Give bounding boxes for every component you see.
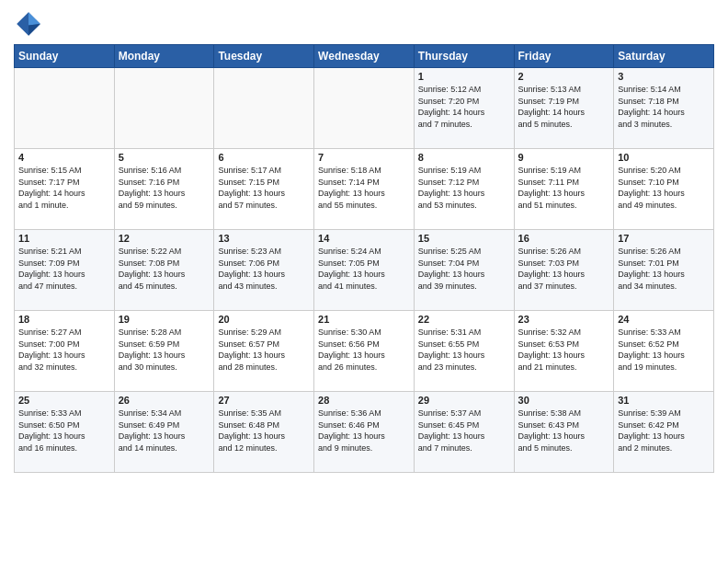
calendar-day-19: 19Sunrise: 5:28 AM Sunset: 6:59 PM Dayli… <box>114 311 214 392</box>
day-number-12: 12 <box>119 233 210 244</box>
day-number-13: 13 <box>218 233 310 244</box>
day-info-2: Sunrise: 5:13 AM Sunset: 7:19 PM Dayligh… <box>518 84 610 130</box>
logo <box>14 9 47 39</box>
day-number-20: 20 <box>218 314 310 325</box>
day-info-10: Sunrise: 5:20 AM Sunset: 7:10 PM Dayligh… <box>618 165 710 211</box>
col-header-monday: Monday <box>114 45 214 68</box>
calendar-week-0: 1Sunrise: 5:12 AM Sunset: 7:20 PM Daylig… <box>15 68 714 149</box>
day-number-19: 19 <box>119 314 210 325</box>
day-number-23: 23 <box>518 314 610 325</box>
day-number-30: 30 <box>518 395 610 406</box>
calendar-week-2: 11Sunrise: 5:21 AM Sunset: 7:09 PM Dayli… <box>15 230 714 311</box>
day-info-30: Sunrise: 5:38 AM Sunset: 6:43 PM Dayligh… <box>518 408 610 454</box>
calendar-day-13: 13Sunrise: 5:23 AM Sunset: 7:06 PM Dayli… <box>214 230 314 311</box>
calendar-day-24: 24Sunrise: 5:33 AM Sunset: 6:52 PM Dayli… <box>614 311 714 392</box>
col-header-thursday: Thursday <box>414 45 514 68</box>
calendar-day-16: 16Sunrise: 5:26 AM Sunset: 7:03 PM Dayli… <box>514 230 614 311</box>
day-info-28: Sunrise: 5:36 AM Sunset: 6:46 PM Dayligh… <box>318 408 410 454</box>
day-info-19: Sunrise: 5:28 AM Sunset: 6:59 PM Dayligh… <box>119 327 210 373</box>
day-info-3: Sunrise: 5:14 AM Sunset: 7:18 PM Dayligh… <box>618 84 710 130</box>
day-number-21: 21 <box>318 314 410 325</box>
day-number-2: 2 <box>518 71 610 82</box>
day-info-24: Sunrise: 5:33 AM Sunset: 6:52 PM Dayligh… <box>618 327 710 373</box>
calendar-day-empty <box>214 68 314 149</box>
day-number-7: 7 <box>318 152 410 163</box>
day-number-15: 15 <box>418 233 510 244</box>
day-number-14: 14 <box>318 233 410 244</box>
day-number-4: 4 <box>18 152 110 163</box>
day-number-5: 5 <box>119 152 210 163</box>
calendar-day-empty <box>114 68 214 149</box>
day-number-17: 17 <box>618 233 710 244</box>
calendar-day-6: 6Sunrise: 5:17 AM Sunset: 7:15 PM Daylig… <box>214 149 314 230</box>
day-info-16: Sunrise: 5:26 AM Sunset: 7:03 PM Dayligh… <box>518 246 610 292</box>
day-number-26: 26 <box>119 395 210 406</box>
logo-icon <box>14 9 43 39</box>
day-number-18: 18 <box>18 314 110 325</box>
calendar-day-28: 28Sunrise: 5:36 AM Sunset: 6:46 PM Dayli… <box>314 392 415 473</box>
day-info-26: Sunrise: 5:34 AM Sunset: 6:49 PM Dayligh… <box>119 408 210 454</box>
day-number-22: 22 <box>418 314 510 325</box>
col-header-wednesday: Wednesday <box>314 45 415 68</box>
day-info-31: Sunrise: 5:39 AM Sunset: 6:42 PM Dayligh… <box>618 408 710 454</box>
calendar-day-10: 10Sunrise: 5:20 AM Sunset: 7:10 PM Dayli… <box>614 149 714 230</box>
day-number-25: 25 <box>18 395 110 406</box>
day-info-6: Sunrise: 5:17 AM Sunset: 7:15 PM Dayligh… <box>218 165 310 211</box>
day-number-1: 1 <box>418 71 510 82</box>
calendar-day-4: 4Sunrise: 5:15 AM Sunset: 7:17 PM Daylig… <box>15 149 115 230</box>
day-number-6: 6 <box>218 152 310 163</box>
calendar-day-15: 15Sunrise: 5:25 AM Sunset: 7:04 PM Dayli… <box>414 230 514 311</box>
calendar-day-26: 26Sunrise: 5:34 AM Sunset: 6:49 PM Dayli… <box>114 392 214 473</box>
calendar-day-29: 29Sunrise: 5:37 AM Sunset: 6:45 PM Dayli… <box>414 392 514 473</box>
day-number-9: 9 <box>518 152 610 163</box>
calendar-day-30: 30Sunrise: 5:38 AM Sunset: 6:43 PM Dayli… <box>514 392 614 473</box>
day-number-11: 11 <box>18 233 110 244</box>
calendar-day-3: 3Sunrise: 5:14 AM Sunset: 7:18 PM Daylig… <box>614 68 714 149</box>
calendar-week-3: 18Sunrise: 5:27 AM Sunset: 7:00 PM Dayli… <box>15 311 714 392</box>
calendar-day-14: 14Sunrise: 5:24 AM Sunset: 7:05 PM Dayli… <box>314 230 415 311</box>
day-info-5: Sunrise: 5:16 AM Sunset: 7:16 PM Dayligh… <box>119 165 210 211</box>
calendar-day-12: 12Sunrise: 5:22 AM Sunset: 7:08 PM Dayli… <box>114 230 214 311</box>
calendar-week-1: 4Sunrise: 5:15 AM Sunset: 7:17 PM Daylig… <box>15 149 714 230</box>
calendar-day-2: 2Sunrise: 5:13 AM Sunset: 7:19 PM Daylig… <box>514 68 614 149</box>
calendar-day-empty <box>314 68 415 149</box>
day-number-10: 10 <box>618 152 710 163</box>
day-number-29: 29 <box>418 395 510 406</box>
calendar-day-1: 1Sunrise: 5:12 AM Sunset: 7:20 PM Daylig… <box>414 68 514 149</box>
col-header-sunday: Sunday <box>15 45 115 68</box>
day-number-31: 31 <box>618 395 710 406</box>
day-number-24: 24 <box>618 314 710 325</box>
calendar-day-7: 7Sunrise: 5:18 AM Sunset: 7:14 PM Daylig… <box>314 149 415 230</box>
day-info-15: Sunrise: 5:25 AM Sunset: 7:04 PM Dayligh… <box>418 246 510 292</box>
calendar-day-5: 5Sunrise: 5:16 AM Sunset: 7:16 PM Daylig… <box>114 149 214 230</box>
col-header-saturday: Saturday <box>614 45 714 68</box>
calendar-day-17: 17Sunrise: 5:26 AM Sunset: 7:01 PM Dayli… <box>614 230 714 311</box>
day-info-25: Sunrise: 5:33 AM Sunset: 6:50 PM Dayligh… <box>18 408 110 454</box>
day-info-22: Sunrise: 5:31 AM Sunset: 6:55 PM Dayligh… <box>418 327 510 373</box>
calendar-day-empty <box>15 68 115 149</box>
svg-marker-1 <box>28 12 40 25</box>
header <box>14 9 714 39</box>
day-info-9: Sunrise: 5:19 AM Sunset: 7:11 PM Dayligh… <box>518 165 610 211</box>
calendar-header-row: SundayMondayTuesdayWednesdayThursdayFrid… <box>15 45 714 68</box>
calendar-day-20: 20Sunrise: 5:29 AM Sunset: 6:57 PM Dayli… <box>214 311 314 392</box>
calendar-day-8: 8Sunrise: 5:19 AM Sunset: 7:12 PM Daylig… <box>414 149 514 230</box>
day-number-3: 3 <box>618 71 710 82</box>
day-info-11: Sunrise: 5:21 AM Sunset: 7:09 PM Dayligh… <box>18 246 110 292</box>
day-info-20: Sunrise: 5:29 AM Sunset: 6:57 PM Dayligh… <box>218 327 310 373</box>
calendar-day-18: 18Sunrise: 5:27 AM Sunset: 7:00 PM Dayli… <box>15 311 115 392</box>
day-info-18: Sunrise: 5:27 AM Sunset: 7:00 PM Dayligh… <box>18 327 110 373</box>
calendar-day-9: 9Sunrise: 5:19 AM Sunset: 7:11 PM Daylig… <box>514 149 614 230</box>
day-number-16: 16 <box>518 233 610 244</box>
calendar-week-4: 25Sunrise: 5:33 AM Sunset: 6:50 PM Dayli… <box>15 392 714 473</box>
calendar-table: SundayMondayTuesdayWednesdayThursdayFrid… <box>14 44 714 473</box>
day-info-4: Sunrise: 5:15 AM Sunset: 7:17 PM Dayligh… <box>18 165 110 211</box>
calendar-day-27: 27Sunrise: 5:35 AM Sunset: 6:48 PM Dayli… <box>214 392 314 473</box>
calendar-day-22: 22Sunrise: 5:31 AM Sunset: 6:55 PM Dayli… <box>414 311 514 392</box>
col-header-friday: Friday <box>514 45 614 68</box>
day-number-27: 27 <box>218 395 310 406</box>
day-info-29: Sunrise: 5:37 AM Sunset: 6:45 PM Dayligh… <box>418 408 510 454</box>
day-number-8: 8 <box>418 152 510 163</box>
calendar-day-11: 11Sunrise: 5:21 AM Sunset: 7:09 PM Dayli… <box>15 230 115 311</box>
day-info-14: Sunrise: 5:24 AM Sunset: 7:05 PM Dayligh… <box>318 246 410 292</box>
